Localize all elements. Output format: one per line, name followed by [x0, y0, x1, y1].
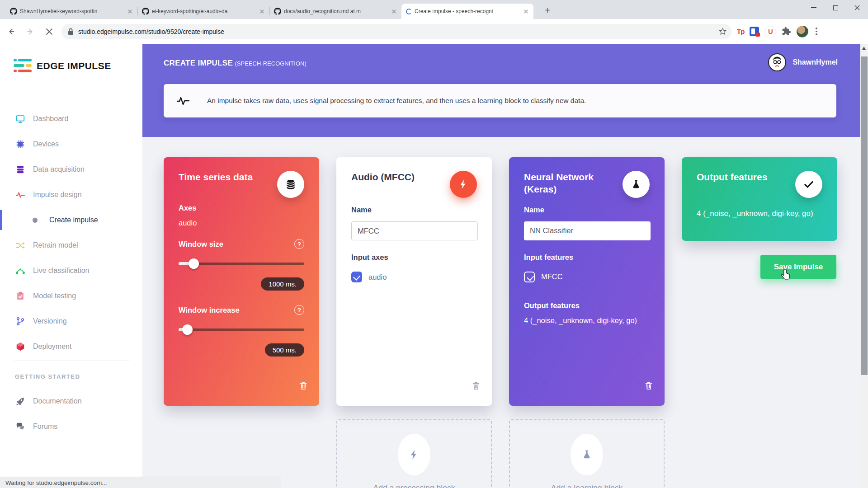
address-bar[interactable]: studio.edgeimpulse.com/studio/9520/creat…: [61, 24, 731, 39]
sidebar-item-live-classification[interactable]: Live classification: [0, 258, 142, 283]
user-avatar: [768, 53, 786, 71]
window-close-button[interactable]: [846, 0, 868, 15]
input-features-label: Input features: [524, 253, 650, 262]
sidebar-item-impulse-design[interactable]: Impulse design: [0, 182, 142, 207]
axes-value: audio: [179, 219, 304, 227]
nn-name-input[interactable]: [524, 221, 651, 240]
window-size-slider[interactable]: [179, 258, 304, 268]
window-maximize-button[interactable]: [825, 0, 846, 15]
browser-profile-avatar[interactable]: [797, 26, 808, 38]
page-content: EDGE IMPULSE Dashboard Devices Data acqu…: [0, 44, 868, 488]
slider-thumb[interactable]: [182, 324, 193, 335]
output-features-label: Output features: [524, 301, 650, 310]
browser-toolbar: studio.edgeimpulse.com/studio/9520/creat…: [0, 19, 868, 44]
mfcc-name-input[interactable]: [351, 221, 478, 240]
bookmark-star-icon[interactable]: [718, 27, 727, 36]
sidebar-item-dashboard[interactable]: Dashboard: [0, 106, 142, 131]
rocket-icon: [15, 396, 26, 407]
mouse-cursor-icon: [780, 269, 792, 282]
sidebar-section-label: GETTING STARTED: [15, 373, 80, 380]
extension-tp-icon[interactable]: Tp: [737, 28, 744, 35]
lightning-icon: [398, 434, 430, 475]
browser-menu-icon[interactable]: [816, 28, 817, 35]
tab-title: ShawnHymel/ei-keyword-spottin: [20, 8, 123, 14]
name-label: Name: [351, 206, 477, 214]
add-learning-block-label: Add a learning block: [551, 483, 623, 488]
stop-loading-button[interactable]: [42, 24, 57, 39]
edge-impulse-logo[interactable]: EDGE IMPULSE: [14, 58, 111, 74]
extensions-puzzle-icon[interactable]: [782, 27, 791, 36]
url-text[interactable]: studio.edgeimpulse.com/studio/9520/creat…: [78, 28, 718, 35]
chip-icon: [15, 139, 26, 150]
page-header: CREATE IMPULSE (SPEECH-RECOGNITION) Shaw…: [142, 44, 860, 137]
waveform-icon: [15, 189, 26, 200]
sidebar-item-deployment[interactable]: Deployment: [0, 334, 142, 359]
save-impulse-button[interactable]: Save Impulse: [760, 255, 836, 279]
git-branch-icon: [15, 316, 26, 327]
scrollbar-thumb[interactable]: [860, 56, 868, 375]
sidebar-divider: [14, 361, 130, 361]
window-size-value-badge: 1000 ms.: [261, 277, 304, 291]
sidebar-item-data-acquisition[interactable]: Data acquisition: [0, 157, 142, 182]
window-size-label: Window size ?: [179, 240, 304, 249]
sidebar-item-retrain-model[interactable]: Retrain model: [0, 233, 142, 258]
add-processing-block-label: Add a processing block: [373, 483, 455, 488]
card-title: Neural Network (Keras): [524, 171, 628, 196]
add-learning-block[interactable]: Add a learning block: [509, 419, 665, 488]
page-scrollbar[interactable]: [860, 44, 868, 488]
delete-block-icon[interactable]: [471, 380, 481, 390]
back-button[interactable]: [4, 24, 19, 39]
help-icon[interactable]: ?: [294, 305, 304, 315]
tab-create-impulse-active[interactable]: Create impulse - speech-recogni: [401, 4, 533, 19]
flask-icon: [623, 171, 650, 198]
help-icon[interactable]: ?: [294, 239, 304, 249]
delete-block-icon[interactable]: [644, 380, 654, 390]
scroll-up-arrow-icon[interactable]: [862, 47, 866, 50]
sidebar-item-forums[interactable]: Forums: [0, 414, 142, 439]
sidebar-item-create-impulse[interactable]: Create impulse: [0, 207, 142, 233]
card-audio-mfcc: Audio (MFCC) Name Input axes audio: [336, 157, 492, 406]
impulse-waveform-icon: [176, 95, 190, 107]
slider-thumb[interactable]: [189, 258, 199, 269]
new-tab-button[interactable]: +: [541, 4, 554, 17]
window-increase-value-badge: 500 ms.: [265, 343, 304, 357]
banner-text: An impulse takes raw data, uses signal p…: [207, 97, 586, 105]
window-minimize-button[interactable]: [803, 0, 825, 15]
audio-checkbox[interactable]: [351, 272, 362, 282]
extension-password-icon[interactable]: [750, 27, 759, 36]
user-chip[interactable]: ShawnHymel: [768, 53, 838, 71]
tab-strip: ShawnHymel/ei-keyword-spottin ei-keyword…: [0, 0, 868, 19]
output-features-value: 4 (_noise, _unknown, digi-key, go): [697, 209, 822, 218]
maximize-icon: [833, 5, 838, 10]
forward-button[interactable]: [23, 24, 38, 39]
sidebar-item-documentation[interactable]: Documentation: [0, 389, 142, 414]
tab-close-icon[interactable]: [390, 7, 398, 15]
tab-close-icon[interactable]: [126, 7, 134, 15]
mfcc-checkbox[interactable]: [524, 272, 535, 282]
tab-github-docs[interactable]: docs/audio_recognition.md at m: [269, 4, 401, 19]
tab-close-icon[interactable]: [258, 7, 266, 15]
tab-github-repo-2[interactable]: ei-keyword-spotting/ei-audio-da: [137, 4, 269, 19]
sidebar-item-devices[interactable]: Devices: [0, 131, 142, 157]
browser-window: ShawnHymel/ei-keyword-spottin ei-keyword…: [0, 0, 868, 488]
tab-github-repo[interactable]: ShawnHymel/ei-keyword-spottin: [5, 4, 137, 19]
logo-text: EDGE IMPULSE: [37, 61, 111, 71]
tab-close-icon[interactable]: [522, 7, 530, 15]
tab-title: Create impulse - speech-recogni: [415, 8, 519, 14]
window-increase-slider[interactable]: [179, 324, 304, 334]
database-icon: [15, 164, 26, 175]
add-processing-block[interactable]: Add a processing block: [336, 419, 492, 488]
lightning-icon: [450, 171, 477, 198]
axes-label: Axes: [179, 204, 304, 212]
delete-block-icon[interactable]: [298, 380, 308, 390]
input-axes-label: Input axes: [351, 253, 477, 262]
sidebar-item-model-testing[interactable]: Model testing: [0, 283, 142, 309]
extension-u-icon[interactable]: U: [764, 26, 776, 38]
github-icon: [10, 8, 17, 15]
slider-track[interactable]: [179, 328, 304, 331]
database-icon: [277, 171, 304, 198]
sidebar-item-versioning[interactable]: Versioning: [0, 309, 142, 334]
tab-title: docs/audio_recognition.md at m: [284, 8, 387, 14]
window-increase-label: Window increase ?: [179, 306, 304, 314]
audio-checkbox-label: audio: [368, 273, 387, 282]
